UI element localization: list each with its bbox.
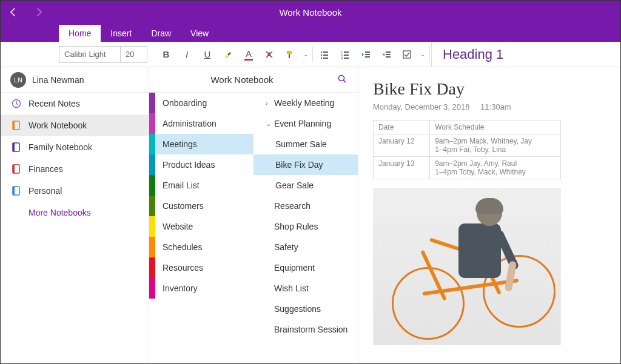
svg-rect-4 xyxy=(323,51,328,53)
ribbon-tabs: Home Insert Draw View xyxy=(1,24,620,42)
font-select[interactable]: Calibri Light xyxy=(59,46,121,63)
page-suggestions[interactable]: Suggestions xyxy=(253,299,358,319)
section-onboarding[interactable]: Onboarding xyxy=(149,93,253,113)
highlight-button[interactable] xyxy=(218,42,238,67)
forward-button[interactable] xyxy=(33,7,44,18)
tab-view[interactable]: View xyxy=(181,25,218,42)
page-label: Wish List xyxy=(274,283,309,293)
sidebar-item-personal[interactable]: Personal xyxy=(1,180,149,202)
page-label: Equipment xyxy=(274,263,315,273)
sidebar-item-recent-notes[interactable]: Recent Notes xyxy=(1,93,149,114)
page-brainstorm-session[interactable]: Brainstorm Session xyxy=(253,319,358,340)
sidebar-item-label: Recent Notes xyxy=(29,99,80,108)
sidebar-item-family-notebook[interactable]: Family Notebook xyxy=(1,136,149,158)
svg-point-5 xyxy=(321,54,322,55)
section-website[interactable]: Website xyxy=(149,216,253,237)
style-heading1[interactable]: Heading 1 xyxy=(431,42,514,67)
note-image[interactable] xyxy=(373,188,561,345)
page-label: Suggestions xyxy=(274,304,321,314)
fontsize-select[interactable]: 20 xyxy=(121,46,147,63)
svg-rect-12 xyxy=(344,55,349,56)
section-schedules[interactable]: Schedules xyxy=(149,237,253,257)
page-weekly-meeting[interactable]: ›Weekly Meeting xyxy=(253,93,358,113)
section-label: Website xyxy=(163,222,193,231)
user-row[interactable]: LN Lina Newman xyxy=(1,67,149,93)
page-gear-sale[interactable]: Gear Sale xyxy=(253,175,358,196)
italic-button[interactable]: I xyxy=(176,42,197,67)
section-color-tab xyxy=(149,278,155,299)
search-icon[interactable] xyxy=(335,74,349,85)
page-label: Weekly Meeting xyxy=(274,98,334,108)
clear-format-button[interactable]: A xyxy=(259,42,280,67)
svg-rect-1 xyxy=(287,51,292,54)
back-button[interactable] xyxy=(8,7,19,18)
toolbar: Calibri Light 20 B I U A A ⌄ 123 xyxy=(1,42,620,67)
user-name: Lina Newman xyxy=(32,75,84,85)
svg-rect-21 xyxy=(403,51,411,58)
sidebar-item-label: Finances xyxy=(29,164,63,174)
svg-text:A: A xyxy=(267,51,272,58)
section-product-ideas[interactable]: Product Ideas xyxy=(149,154,253,175)
svg-rect-26 xyxy=(13,143,15,151)
section-label: Product Ideas xyxy=(163,160,215,170)
numbering-button[interactable]: 123 xyxy=(335,42,355,67)
recent-icon xyxy=(10,98,22,110)
page-summer-sale[interactable]: Summer Sale xyxy=(253,134,358,154)
page-wish-list[interactable]: Wish List xyxy=(253,278,358,299)
svg-rect-19 xyxy=(386,54,391,55)
person-figure xyxy=(434,200,507,322)
sidebar-item-finances[interactable]: Finances xyxy=(1,158,149,180)
note-title[interactable]: Bike Fix Day xyxy=(373,79,606,99)
section-administration[interactable]: Administration xyxy=(149,113,253,134)
section-color-tab xyxy=(149,196,155,216)
outdent-button[interactable] xyxy=(355,42,376,67)
sidebar-item-label: Work Notebook xyxy=(29,121,87,130)
notebook-icon xyxy=(10,185,22,197)
todo-tag-button[interactable] xyxy=(397,42,417,67)
sections-title: Work Notebook xyxy=(149,74,335,85)
section-email-list[interactable]: Email List xyxy=(149,175,253,196)
paragraph-more-dropdown[interactable]: ⌄ xyxy=(417,42,428,67)
section-inventory[interactable]: Inventory xyxy=(149,278,253,299)
schedule-table[interactable]: Date Work Schedule January 12 9am–2pm Ma… xyxy=(373,120,561,179)
section-color-tab xyxy=(149,154,155,175)
page-safety[interactable]: Safety xyxy=(253,237,358,257)
table-row: January 13 9am–2pm Jay, Amy, Raul 1–4pm … xyxy=(374,157,561,179)
indent-button[interactable] xyxy=(376,42,397,67)
sidebar-item-label: Family Notebook xyxy=(29,142,92,152)
tab-draw[interactable]: Draw xyxy=(141,25,181,42)
format-painter-button[interactable] xyxy=(280,42,300,67)
page-label: Shop Rules xyxy=(274,222,318,231)
format-more-dropdown[interactable]: ⌄ xyxy=(300,42,311,67)
more-notebooks-link[interactable]: More Notebooks xyxy=(1,202,149,223)
section-customers[interactable]: Customers xyxy=(149,196,253,216)
section-label: Onboarding xyxy=(163,98,207,108)
section-meetings[interactable]: Meetings xyxy=(149,134,253,154)
note-date-line: Monday, December 3, 2018 11:30am xyxy=(373,102,606,111)
tab-insert[interactable]: Insert xyxy=(101,25,141,42)
font-color-button[interactable]: A xyxy=(238,42,259,67)
chevron-icon: ⌄ xyxy=(266,120,274,128)
section-label: Inventory xyxy=(163,283,198,293)
underline-button[interactable]: U xyxy=(197,42,218,67)
bullets-button[interactable] xyxy=(314,42,335,67)
note-content[interactable]: Bike Fix Day Monday, December 3, 2018 11… xyxy=(358,67,620,363)
avatar: LN xyxy=(10,72,26,88)
section-color-tab xyxy=(149,113,155,134)
window-title: Work Notebook xyxy=(44,7,613,18)
section-resources[interactable]: Resources xyxy=(149,257,253,278)
notebook-icon xyxy=(10,119,22,131)
page-bike-fix-day[interactable]: Bike Fix Day xyxy=(253,154,358,175)
sidebar-item-work-notebook[interactable]: Work Notebook xyxy=(1,114,149,136)
page-event-planning[interactable]: ⌄Event Planning xyxy=(253,113,358,134)
svg-point-31 xyxy=(339,76,344,81)
svg-rect-16 xyxy=(365,54,370,55)
page-shop-rules[interactable]: Shop Rules xyxy=(253,216,358,237)
page-equipment[interactable]: Equipment xyxy=(253,257,358,278)
page-research[interactable]: Research xyxy=(253,196,358,216)
bold-button[interactable]: B xyxy=(156,42,176,67)
notebook-sidebar: LN Lina Newman Recent NotesWork Notebook… xyxy=(1,67,149,363)
tab-home[interactable]: Home xyxy=(59,25,101,42)
section-color-tab xyxy=(149,257,155,278)
page-label: Brainstorm Session xyxy=(274,325,347,334)
